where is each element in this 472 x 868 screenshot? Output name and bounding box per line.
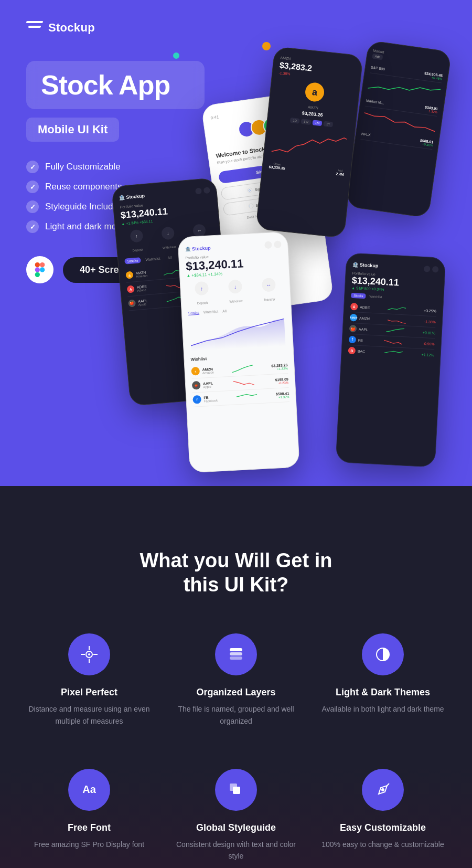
brand-name: Stockup [48, 21, 95, 35]
transition-band [0, 486, 472, 507]
svg-point-14 [88, 653, 90, 655]
global-styleguide-desc: Consistent design with text and color st… [173, 839, 299, 862]
features-section: What you Will Get in this UI Kit? Pixel … [0, 507, 472, 769]
feature-item: Fully Customizable [26, 161, 205, 173]
hero-content: Stock App Mobile UI Kit Fully Customizab… [26, 56, 446, 486]
svg-point-4 [40, 267, 45, 272]
feature-card-free-font: Aa Free Font Free amazing SF Pro Display… [26, 769, 152, 862]
pixel-perfect-title: Pixel Perfect [61, 687, 117, 698]
features-grid-top: Pixel Perfect Distance and measure using… [26, 633, 446, 727]
free-font-desc: Free amazing SF Pro Display font [34, 839, 144, 850]
easy-customizable-icon [362, 769, 404, 811]
pixel-perfect-icon [68, 633, 110, 675]
svg-rect-1 [40, 262, 45, 267]
easy-customizable-desc: 100% easy to change & customizable [321, 839, 444, 850]
hero-section: Stockup Stock App Mobile UI Kit Fully Cu… [0, 0, 472, 486]
feature-card-global-styleguide: Global Styleguide Consistent design with… [173, 769, 299, 862]
kit-badge: Mobile UI Kit [26, 118, 119, 142]
easy-customizable-title: Easy Customizable [340, 822, 426, 833]
light-dark-desc: Available in both light and dark theme [321, 703, 444, 715]
bottom-features-section: Aa Free Font Free amazing SF Pro Display… [0, 769, 472, 868]
free-font-icon: Aa [68, 769, 110, 811]
svg-rect-2 [35, 267, 40, 272]
global-styleguide-icon [215, 769, 257, 811]
app-title-box: Stock App [26, 61, 205, 109]
organized-layers-desc: The file is named, grouped and well orga… [173, 703, 299, 727]
svg-point-21 [381, 788, 384, 791]
feature-label: Fully Customizable [45, 162, 121, 172]
light-dark-title: Light & Dark Themes [336, 687, 430, 698]
logo-icon [26, 21, 43, 35]
svg-line-22 [387, 784, 389, 786]
phones-showcase: Market Ads S&P 500 $34,506.45 +0.46% [205, 56, 446, 486]
feature-label: Styleguide Included [45, 202, 123, 212]
feature-label: Reuse components [45, 182, 122, 192]
svg-rect-17 [230, 648, 242, 651]
free-font-title: Free Font [68, 822, 111, 833]
logo: Stockup [26, 21, 446, 35]
feature-card-light-dark: Light & Dark Themes Available in both li… [320, 633, 446, 727]
check-icon [26, 200, 39, 213]
phone-mockup-dark-right: 🏦 Stockup Portfolio value $13,240.11 ▲ S… [336, 252, 446, 467]
phone-mockup-dark-amzn: AMZN $3,283.2 -1.38% a AMZN $3,283.26 1D… [255, 46, 363, 238]
pixel-perfect-desc: Distance and measure using an even multi… [26, 703, 152, 727]
check-icon [26, 161, 39, 173]
check-icon [26, 181, 39, 193]
svg-rect-3 [35, 272, 40, 277]
svg-rect-0 [35, 262, 40, 267]
logo-bar [28, 26, 41, 28]
figma-logo [26, 256, 53, 283]
svg-rect-16 [230, 652, 242, 655]
svg-point-7 [248, 203, 253, 208]
features-grid-bottom: Aa Free Font Free amazing SF Pro Display… [26, 769, 446, 862]
feature-card-easy-customizable: Easy Customizable 100% easy to change & … [320, 769, 446, 862]
section-title: What you Will Get in this UI Kit? [26, 549, 446, 597]
light-dark-icon [362, 633, 404, 675]
dot-decoration [262, 42, 271, 50]
feature-card-organized-layers: Organized Layers The file is named, grou… [173, 633, 299, 727]
global-styleguide-title: Global Styleguide [196, 822, 276, 833]
phone-mockup-light-portfolio: 🏦 Stockup Portfolio value $13,240.11 ▲ +… [177, 231, 299, 473]
svg-rect-15 [230, 657, 242, 660]
feature-card-pixel-perfect: Pixel Perfect Distance and measure using… [26, 633, 152, 727]
app-title: Stock App [41, 69, 190, 101]
logo-bar [26, 21, 43, 23]
organized-layers-title: Organized Layers [196, 687, 275, 698]
svg-rect-20 [233, 787, 240, 794]
organized-layers-icon [215, 633, 257, 675]
kit-label: Mobile UI Kit [38, 123, 108, 136]
check-icon [26, 220, 39, 233]
